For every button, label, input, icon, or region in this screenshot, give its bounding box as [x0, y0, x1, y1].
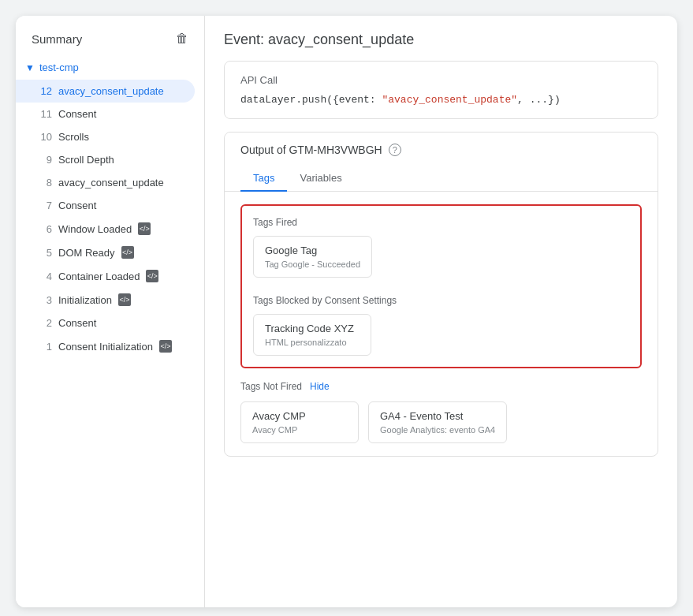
- output-header-text: Output of GTM-MH3VWBGH: [240, 144, 382, 156]
- item-label-2: Consent: [58, 317, 96, 329]
- tab-variables[interactable]: Variables: [287, 166, 354, 192]
- item-label-11: Consent: [58, 108, 96, 120]
- item-label-7: Consent: [58, 200, 96, 211]
- item-num-2: 2: [38, 317, 52, 329]
- item-label-5: DOM Ready: [58, 247, 115, 259]
- api-call-label: API Call: [240, 74, 642, 86]
- tab-tags[interactable]: Tags: [240, 166, 287, 192]
- sidebar: Summary 🗑 ▼ test-cmp 12 avacy_consent_up…: [16, 16, 205, 607]
- sidebar-item-9[interactable]: 9 Scroll Depth: [16, 148, 195, 171]
- sidebar-group[interactable]: ▼ test-cmp: [16, 58, 204, 80]
- hide-link[interactable]: Hide: [310, 381, 330, 392]
- google-tag-name: Google Tag: [265, 245, 360, 256]
- item-num-5: 5: [38, 247, 52, 259]
- tag-icon-3: </>: [118, 293, 131, 306]
- code-suffix: , ...}): [517, 94, 561, 106]
- item-num-6: 6: [38, 223, 52, 235]
- item-num-9: 9: [38, 154, 52, 166]
- sidebar-item-5[interactable]: 5 DOM Ready </>: [16, 241, 195, 264]
- item-label-3: Initialization: [58, 294, 112, 306]
- google-tag-card[interactable]: Google Tag Tag Google - Succeeded: [253, 236, 372, 278]
- sidebar-item-6[interactable]: 6 Window Loaded </>: [16, 217, 195, 241]
- api-call-card: API Call dataLayer.push({event: "avacy_c…: [224, 61, 658, 119]
- code-value: "avacy_consent_update": [382, 94, 517, 106]
- help-icon[interactable]: ?: [389, 144, 401, 156]
- sidebar-title: Summary: [32, 32, 82, 46]
- tags-fired-label: Tags Fired: [253, 217, 629, 228]
- main-container: Summary 🗑 ▼ test-cmp 12 avacy_consent_up…: [16, 16, 677, 607]
- sidebar-item-8[interactable]: 8 avacy_consent_update: [16, 171, 195, 194]
- tags-not-fired-grid: Avacy CMP Avacy CMP GA4 - Evento Test Go…: [240, 401, 642, 443]
- item-label-6: Window Loaded: [58, 223, 132, 235]
- tag-icon-1: </>: [159, 340, 172, 353]
- sidebar-item-7[interactable]: 7 Consent: [16, 194, 195, 217]
- item-num-12: 12: [38, 85, 52, 97]
- item-num-10: 10: [38, 131, 52, 143]
- item-label-10: Scrolls: [58, 131, 89, 143]
- item-num-1: 1: [38, 341, 52, 353]
- item-label-4: Container Loaded: [58, 271, 140, 282]
- sidebar-item-3[interactable]: 3 Initialization </>: [16, 288, 195, 312]
- delete-icon[interactable]: 🗑: [176, 32, 188, 46]
- avacy-cmp-subtitle: Avacy CMP: [252, 425, 347, 435]
- tab-content: Tags Fired Google Tag Tag Google - Succe…: [225, 192, 658, 456]
- event-title: Event: avacy_consent_update: [224, 32, 658, 48]
- tag-icon-4: </>: [146, 270, 158, 282]
- output-header: Output of GTM-MH3VWBGH ?: [225, 133, 658, 156]
- ga4-evento-name: GA4 - Evento Test: [380, 410, 495, 422]
- tags-not-fired-section: Tags Not Fired Hide Avacy CMP Avacy CMP …: [240, 381, 642, 443]
- item-label-1: Consent Initialization: [58, 341, 153, 353]
- tracking-code-card[interactable]: Tracking Code XYZ HTML personalizzato: [253, 314, 371, 356]
- item-num-8: 8: [38, 177, 52, 189]
- sidebar-header: Summary 🗑: [16, 32, 204, 58]
- tag-icon-5: </>: [121, 246, 134, 259]
- item-label-8: avacy_consent_update: [58, 177, 164, 189]
- item-num-3: 3: [38, 294, 52, 306]
- sidebar-item-4[interactable]: 4 Container Loaded </>: [16, 264, 195, 288]
- item-label-9: Scroll Depth: [58, 154, 114, 166]
- tags-not-fired-header: Tags Not Fired Hide: [240, 381, 642, 392]
- output-card: Output of GTM-MH3VWBGH ? Tags Variables …: [224, 132, 658, 457]
- avacy-cmp-name: Avacy CMP: [252, 410, 347, 422]
- tag-icon-6: </>: [138, 222, 151, 235]
- sidebar-item-11[interactable]: 11 Consent: [16, 103, 195, 125]
- tags-blocked-label: Tags Blocked by Consent Settings: [253, 295, 629, 306]
- ga4-evento-card[interactable]: GA4 - Evento Test Google Analytics: even…: [368, 401, 507, 443]
- item-num-7: 7: [38, 200, 52, 211]
- avacy-cmp-card[interactable]: Avacy CMP Avacy CMP: [240, 401, 359, 443]
- sidebar-item-12[interactable]: 12 avacy_consent_update: [16, 80, 195, 103]
- item-num-11: 11: [38, 108, 52, 120]
- tracking-code-name: Tracking Code XYZ: [265, 323, 360, 334]
- tracking-code-subtitle: HTML personalizzato: [265, 338, 360, 347]
- item-num-4: 4: [38, 271, 52, 282]
- sidebar-item-10[interactable]: 10 Scrolls: [16, 125, 195, 148]
- chevron-icon: ▼: [25, 62, 35, 73]
- ga4-evento-subtitle: Google Analytics: evento GA4: [380, 425, 495, 435]
- sidebar-item-1[interactable]: 1 Consent Initialization </>: [16, 334, 195, 358]
- item-label-12: avacy_consent_update: [58, 85, 164, 97]
- sidebar-group-label: test-cmp: [39, 62, 79, 73]
- tags-not-fired-label: Tags Not Fired: [240, 381, 302, 392]
- tabs-bar: Tags Variables: [225, 166, 658, 192]
- code-prefix: dataLayer.push({event:: [240, 94, 382, 106]
- sidebar-item-2[interactable]: 2 Consent: [16, 312, 195, 334]
- code-block: dataLayer.push({event: "avacy_consent_up…: [240, 94, 642, 106]
- main-content: Event: avacy_consent_update API Call dat…: [205, 16, 677, 607]
- tags-fired-section: Tags Fired Google Tag Tag Google - Succe…: [240, 204, 642, 368]
- google-tag-subtitle: Tag Google - Succeeded: [265, 259, 360, 269]
